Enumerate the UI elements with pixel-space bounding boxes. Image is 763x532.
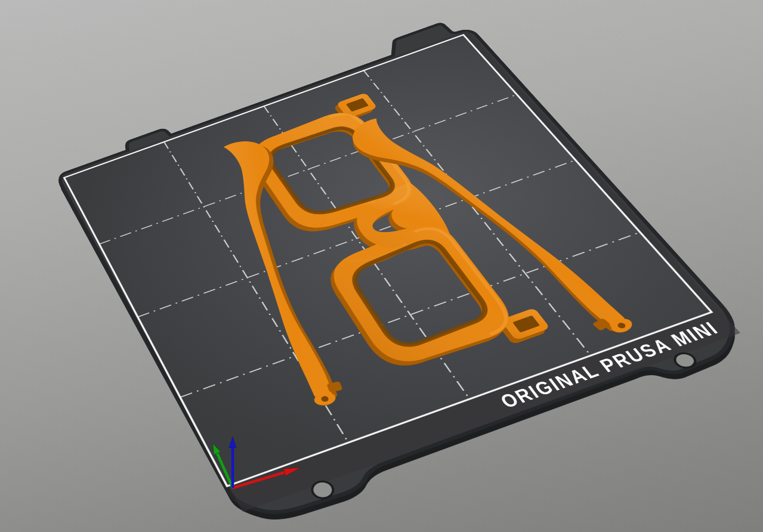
slicer-3d-viewport[interactable]: ORIGINAL PRUSA MINI <box>0 0 763 532</box>
print-bed-plane: ORIGINAL PRUSA MINI <box>57 28 747 518</box>
print-bed[interactable]: ORIGINAL PRUSA MINI <box>57 28 747 518</box>
print-surface <box>64 35 712 486</box>
